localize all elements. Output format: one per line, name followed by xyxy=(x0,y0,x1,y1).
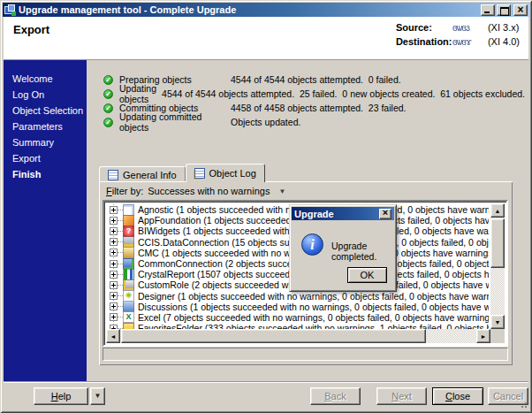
excel-icon: X xyxy=(123,312,134,323)
expand-icon[interactable] xyxy=(110,206,118,214)
destination-version: (XI 4.0) xyxy=(488,36,520,47)
expand-icon[interactable] xyxy=(110,217,118,225)
close-button[interactable]: Close xyxy=(432,387,483,405)
status-row: Preparing objects 4544 of 4544 objects a… xyxy=(103,73,525,87)
tree-row-label: Excel (7 objects succeeded with no warni… xyxy=(138,312,489,323)
sidebar-item-parameters[interactable]: Parameters xyxy=(4,119,87,134)
object-log-icon xyxy=(194,168,205,179)
tree-row-label: Designer (1 objects succeeded with no wa… xyxy=(138,291,489,302)
tree-row-label: Discussions (1 objects succeeded with no… xyxy=(138,302,489,312)
source-destination-info: Source: ɞѡɞɜ (XI 3.x) Destination: ɞѡɞɤ … xyxy=(396,22,520,50)
progress-strip xyxy=(103,348,508,361)
page-header: Export Source: ɞѡɞɜ (XI 3.x) Destination… xyxy=(4,17,528,60)
scroll-down-icon[interactable]: ▼ xyxy=(490,315,505,329)
back-button[interactable]: Back xyxy=(310,387,361,405)
sidebar-item-summary[interactable]: Summary xyxy=(4,134,87,150)
window-title: Upgrade management tool - Complete Upgra… xyxy=(19,4,236,15)
status-row: Updating objects 4544 of 4544 objects at… xyxy=(103,87,525,101)
dataconnection-icon xyxy=(123,237,134,248)
status-detail: 4458 of 4458 objects attempted. 23 faile… xyxy=(231,103,406,113)
sidebar-item-object-selection[interactable]: Object Selection xyxy=(4,103,87,119)
status-detail: 4544 of 4544 objects attempted. 0 failed… xyxy=(231,74,401,85)
status-row: Updating committed objects Objects updat… xyxy=(103,115,525,129)
crystalreport-icon xyxy=(123,269,134,279)
status-label: Updating committed objects xyxy=(119,111,231,133)
destination-value: ɞѡɞɤ xyxy=(452,36,484,47)
customrole-icon xyxy=(123,279,134,290)
success-check-icon xyxy=(103,89,113,99)
expand-icon[interactable] xyxy=(110,227,118,235)
expand-icon[interactable] xyxy=(110,260,118,268)
sidebar-item-log-on[interactable]: Log On xyxy=(4,87,87,103)
tab-label: Object Log xyxy=(209,168,256,179)
tab-object-log[interactable]: Object Log xyxy=(186,164,265,182)
next-button[interactable]: Next xyxy=(376,387,427,405)
status-detail: 4544 of 4544 objects attempted. 25 faile… xyxy=(162,88,525,99)
scroll-up-icon[interactable]: ▲ xyxy=(490,203,505,218)
commonconnection-icon xyxy=(123,258,134,269)
expand-icon[interactable] xyxy=(110,281,118,289)
expand-icon[interactable] xyxy=(110,292,118,300)
expand-icon[interactable] xyxy=(110,302,118,310)
expand-icon[interactable] xyxy=(110,238,118,246)
dialog-titlebar: Upgrade xyxy=(292,207,394,220)
sidebar-item-export[interactable]: Export xyxy=(4,150,87,166)
appfoundation-icon xyxy=(123,215,134,226)
scroll-left-icon[interactable]: ◄ xyxy=(106,329,120,343)
maximize-button[interactable] xyxy=(497,4,511,16)
tree-row-label: FavoritesFolder (333 objects succeeded w… xyxy=(138,323,489,329)
expand-icon[interactable] xyxy=(110,313,118,321)
tree-row-favoritesfolder[interactable]: FavoritesFolder (333 objects succeeded w… xyxy=(107,323,489,329)
status-label: Updating objects xyxy=(119,83,162,104)
help-button[interactable]: Help xyxy=(34,387,88,405)
app-icon xyxy=(4,4,16,16)
agnostic-icon xyxy=(123,204,134,215)
ok-button[interactable]: OK xyxy=(347,267,387,283)
scroll-right-icon[interactable]: ► xyxy=(476,329,490,343)
window-titlebar: Upgrade management tool - Complete Upgra… xyxy=(3,3,529,17)
success-check-icon xyxy=(103,118,113,127)
sidebar-item-welcome[interactable]: Welcome xyxy=(4,71,87,87)
tab-general-info[interactable]: General Info xyxy=(99,166,186,182)
horizontal-scrollbar[interactable]: ◄ ► xyxy=(106,329,490,343)
upgrade-status-list: Preparing objects 4544 of 4544 objects a… xyxy=(103,73,525,129)
minimize-button[interactable] xyxy=(481,4,495,16)
designer-icon: ✳ xyxy=(123,291,134,302)
source-version: (XI 3.x) xyxy=(488,22,519,33)
help-dropdown-button[interactable]: ▼ xyxy=(90,387,105,405)
filter-row: Filter by: Successes with no warnings ▼ xyxy=(106,186,285,196)
general-info-icon xyxy=(108,170,118,180)
filter-dropdown[interactable]: Successes with no warnings xyxy=(148,186,270,196)
destination-label: Destination: xyxy=(396,36,452,47)
vertical-scrollbar[interactable]: ▲ ▼ xyxy=(490,203,505,329)
upgrade-completed-dialog: Upgrade i Upgrade completed. OK xyxy=(289,204,397,292)
tree-row-discussions[interactable]: Discussions (1 objects succeeded with no… xyxy=(107,302,489,312)
sidebar-item-finish[interactable]: Finish xyxy=(4,166,87,182)
discussions-icon xyxy=(123,302,134,312)
cmc-icon xyxy=(123,248,134,258)
favoritesfolder-icon xyxy=(123,323,134,329)
chevron-down-icon[interactable]: ▼ xyxy=(278,187,285,195)
biwidgets-icon: ? xyxy=(123,226,134,236)
source-label: Source: xyxy=(396,22,452,33)
horizontal-scroll-thumb[interactable] xyxy=(121,329,426,343)
tree-row-excel[interactable]: XExcel (7 objects succeeded with no warn… xyxy=(107,312,489,323)
cancel-button[interactable]: Cancel xyxy=(488,387,528,405)
info-icon: i xyxy=(301,233,323,256)
footer-separator xyxy=(4,381,528,383)
log-tabs: General Info Object Log xyxy=(99,164,265,182)
dialog-close-icon[interactable] xyxy=(379,209,391,219)
dialog-title: Upgrade xyxy=(294,209,334,219)
status-detail: Objects updated. xyxy=(231,117,300,127)
expand-icon[interactable] xyxy=(110,249,118,256)
vertical-scroll-thumb[interactable] xyxy=(490,218,505,268)
tree-row-designer[interactable]: ✳Designer (1 objects succeeded with no w… xyxy=(107,291,489,302)
success-check-icon xyxy=(103,103,113,113)
dialog-message: Upgrade completed. xyxy=(331,241,396,262)
upgrade-management-window: Upgrade management tool - Complete Upgra… xyxy=(0,0,532,413)
expand-icon[interactable] xyxy=(110,271,118,279)
page-title: Export xyxy=(13,23,49,36)
tab-label: General Info xyxy=(123,170,177,180)
filter-label: Filter by: xyxy=(106,186,143,196)
close-window-button[interactable] xyxy=(513,4,528,16)
